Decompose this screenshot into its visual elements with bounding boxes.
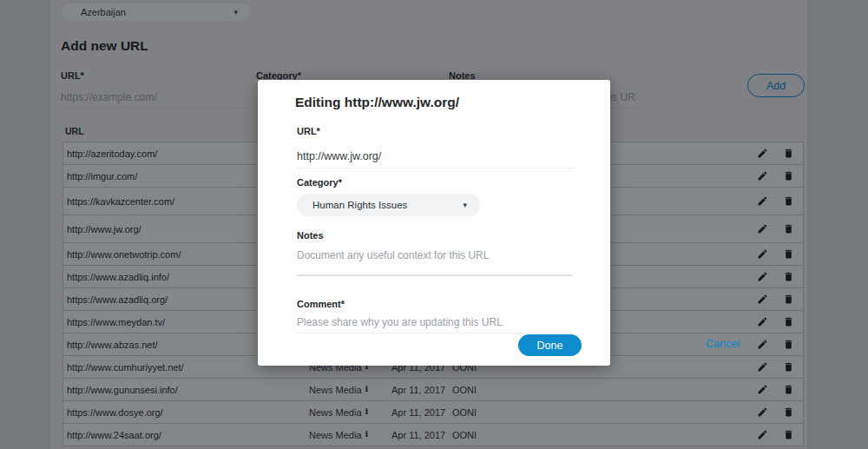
modal-comment-input[interactable] (297, 311, 573, 333)
modal-url-input[interactable] (297, 144, 573, 168)
required-marker: * (341, 299, 345, 309)
modal-category-value: Human Rights Issues (297, 200, 407, 210)
done-button[interactable]: Done (518, 334, 582, 356)
required-marker: * (317, 126, 320, 136)
modal-category-label: Category* (297, 177, 342, 188)
cancel-button[interactable]: Cancel (706, 335, 740, 353)
modal-notes-input[interactable] (297, 245, 573, 266)
modal-comment-label: Comment* (297, 299, 345, 309)
chevron-down-icon: ▾ (463, 201, 467, 209)
modal-notes-label: Notes (297, 230, 324, 241)
modal-divider (297, 274, 573, 276)
modal-title: Editing http://www.jw.org/ (295, 95, 459, 110)
edit-url-modal: Editing http://www.jw.org/ URL* Category… (258, 80, 610, 366)
modal-category-select[interactable]: Human Rights Issues ▾ (297, 194, 480, 216)
required-marker: * (339, 177, 342, 188)
modal-url-label: URL* (297, 126, 320, 136)
